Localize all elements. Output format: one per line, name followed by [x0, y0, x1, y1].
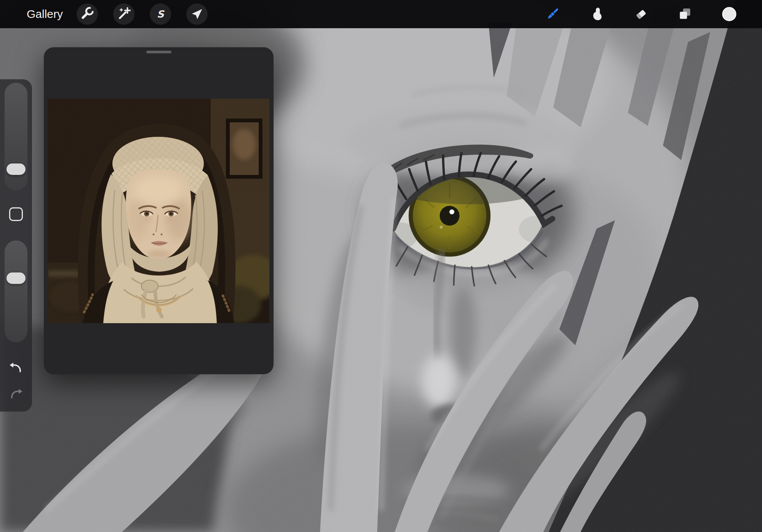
smudge-tool-button[interactable] — [587, 4, 607, 24]
erase-tool-button[interactable] — [631, 4, 651, 24]
drag-handle-bar[interactable] — [146, 51, 171, 53]
procreate-screen: Gallery S — [0, 0, 762, 532]
selection-button[interactable]: S — [150, 3, 171, 25]
brush-size-handle[interactable] — [6, 163, 26, 175]
redo-arrow-icon — [8, 386, 24, 403]
top-toolbar: Gallery S — [0, 0, 762, 28]
transform-button[interactable] — [186, 3, 208, 25]
opacity-slider[interactable] — [5, 240, 27, 342]
eraser-icon — [632, 5, 650, 23]
gallery-button[interactable]: Gallery — [27, 8, 63, 21]
undo-button[interactable] — [8, 360, 24, 377]
wrench-icon — [79, 6, 95, 22]
transform-arrow-icon — [189, 6, 205, 22]
layers-icon — [676, 5, 694, 23]
actions-button[interactable] — [77, 3, 98, 25]
reference-panel[interactable] — [44, 47, 274, 374]
adjustments-button[interactable] — [113, 3, 134, 25]
layers-button[interactable] — [675, 4, 695, 24]
paint-tool-button[interactable] — [543, 4, 562, 24]
selection-s-icon: S — [152, 6, 168, 22]
left-tool-group: S — [77, 3, 208, 25]
left-sidebar[interactable] — [0, 79, 32, 412]
magic-wand-icon — [116, 6, 132, 22]
redo-button[interactable] — [8, 386, 24, 403]
reference-image[interactable] — [48, 99, 269, 323]
modify-button[interactable] — [9, 207, 23, 221]
color-button[interactable] — [719, 4, 739, 24]
undo-arrow-icon — [8, 360, 24, 377]
opacity-handle[interactable] — [6, 272, 26, 284]
color-swatch-circle — [720, 5, 738, 23]
smudge-finger-icon — [588, 5, 605, 23]
paint-brush-icon — [543, 5, 562, 23]
svg-text:S: S — [157, 8, 165, 20]
right-tool-group — [543, 4, 739, 24]
